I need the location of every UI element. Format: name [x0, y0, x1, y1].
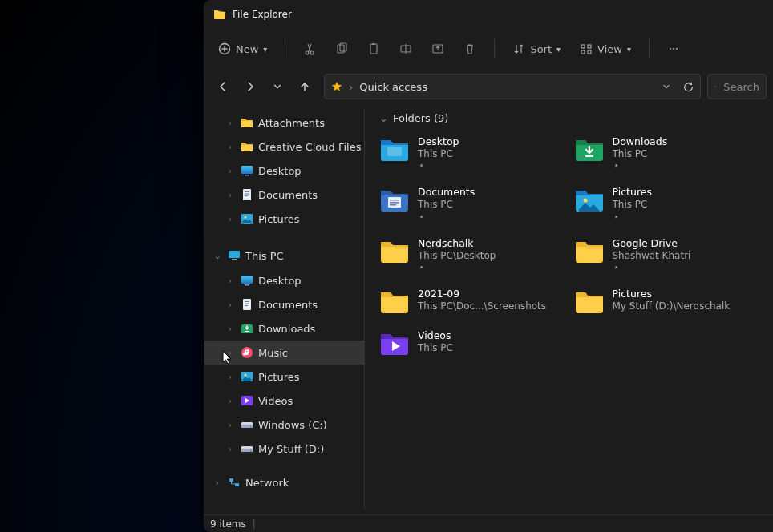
chevron-right-icon[interactable]: ›: [225, 300, 236, 310]
sidebar-item-attachments[interactable]: ›Attachments: [204, 111, 364, 135]
sidebar-item-desktop[interactable]: ›Desktop: [204, 159, 364, 183]
pictures-icon: [241, 370, 253, 383]
chevron-right-icon[interactable]: ›: [212, 478, 223, 488]
delete-button[interactable]: [457, 36, 483, 62]
copy-button[interactable]: [329, 36, 354, 62]
folder-tile[interactable]: PicturesMy Stuff (D:)\Nerdschalk: [574, 288, 761, 315]
sidebar-item-creative-cloud-files[interactable]: ›Creative Cloud Files: [204, 135, 364, 159]
chevron-right-icon[interactable]: ›: [225, 166, 236, 176]
network-icon: [228, 476, 241, 489]
chevron-right-icon[interactable]: ›: [225, 118, 236, 128]
trash-icon: [463, 42, 476, 55]
search-icon: [714, 81, 717, 92]
sidebar-item-label: Creative Cloud Files: [258, 141, 361, 153]
folder-tile[interactable]: NerdschalkThis PC\Desktop: [379, 237, 566, 273]
more-button[interactable]: [661, 36, 686, 62]
forward-button[interactable]: [237, 74, 263, 99]
sidebar-item-desktop[interactable]: ›Desktop: [204, 268, 364, 292]
documents-icon: [241, 188, 253, 201]
sidebar-item-pictures[interactable]: ›Pictures: [204, 365, 364, 389]
navigation-row: › Quick access Search: [204, 69, 773, 104]
folder-tile[interactable]: 2021-09This PC\Doc...\Screenshots: [379, 288, 566, 315]
address-bar[interactable]: › Quick access: [324, 74, 701, 99]
sidebar-item-label: Network: [245, 477, 289, 489]
sidebar-item-videos[interactable]: ›Videos: [204, 389, 364, 413]
chevron-right-icon[interactable]: ›: [225, 190, 236, 200]
chevron-right-icon[interactable]: ›: [225, 276, 236, 286]
cut-button[interactable]: [297, 36, 322, 62]
folder-location: This PC: [418, 342, 453, 353]
window-title: File Explorer: [233, 9, 292, 20]
sidebar-item-my-stuff-d-[interactable]: ›My Stuff (D:): [204, 437, 364, 461]
folder-folder-icon: [574, 288, 605, 315]
pin-icon: [418, 162, 459, 171]
folder-folder-icon: [379, 288, 410, 315]
rename-button[interactable]: [393, 36, 419, 62]
pin-icon: [613, 162, 668, 171]
pin-icon: [613, 213, 653, 223]
file-explorer-window: File Explorer New ▾ Sort ▾: [204, 0, 773, 532]
chevron-right-icon[interactable]: ›: [225, 420, 236, 430]
drive-icon: [241, 442, 253, 455]
folder-location: My Stuff (D:)\Nerdschalk: [613, 300, 731, 312]
chevron-right-icon[interactable]: ›: [225, 324, 236, 334]
sidebar-item-this-pc[interactable]: ⌄ This PC: [204, 244, 364, 268]
chevron-down-icon[interactable]: [662, 82, 671, 91]
chevron-right-icon[interactable]: ›: [225, 372, 236, 382]
chevron-down-icon[interactable]: ⌄: [212, 251, 223, 261]
folder-name: Videos: [418, 329, 453, 341]
videos-icon: [241, 394, 253, 407]
toolbar-separator: [494, 39, 495, 58]
chevron-down-icon: ▾: [627, 45, 631, 54]
recent-locations-button[interactable]: [265, 74, 290, 99]
sidebar-item-downloads[interactable]: ›Downloads: [204, 316, 364, 341]
title-bar[interactable]: File Explorer: [204, 0, 773, 29]
sidebar-item-windows-c-[interactable]: ›Windows (C:): [204, 413, 364, 437]
sidebar-item-documents[interactable]: ›Documents: [204, 292, 364, 316]
sort-button[interactable]: Sort ▾: [506, 38, 567, 60]
folder-tile[interactable]: VideosThis PC: [379, 329, 566, 357]
desktop-icon: [241, 274, 253, 287]
refresh-icon[interactable]: [682, 81, 694, 92]
chevron-right-icon[interactable]: ›: [225, 396, 236, 406]
sidebar-item-label: Desktop: [258, 165, 302, 177]
chevron-right-icon[interactable]: ›: [225, 142, 236, 152]
dots-icon: [667, 42, 680, 55]
toolbar: New ▾ Sort ▾ View ▾: [204, 29, 773, 69]
search-placeholder: Search: [723, 81, 759, 93]
pin-icon: [613, 264, 691, 273]
new-button[interactable]: New ▾: [212, 38, 273, 60]
share-button[interactable]: [425, 36, 451, 62]
folder-tile[interactable]: DesktopThis PC: [379, 135, 566, 171]
arrow-right-icon: [244, 80, 257, 93]
sidebar-item-documents[interactable]: ›Documents: [204, 183, 364, 207]
up-button[interactable]: [292, 74, 318, 99]
folder-tile[interactable]: DocumentsThis PC: [379, 186, 566, 222]
star-icon: [331, 81, 342, 92]
pin-icon: [418, 213, 475, 223]
sidebar-item-pictures[interactable]: ›Pictures: [204, 207, 364, 231]
new-button-label: New: [236, 43, 258, 55]
folder-name: Google Drive: [613, 237, 691, 249]
search-input[interactable]: Search: [707, 74, 767, 99]
back-button[interactable]: [210, 74, 236, 99]
folder-tile[interactable]: Google DriveShashwat Khatri: [574, 237, 761, 273]
view-button[interactable]: View ▾: [573, 38, 637, 60]
sidebar-item-label: Attachments: [258, 117, 325, 129]
chevron-down-icon: ▾: [263, 45, 267, 54]
folder-location: Shashwat Khatri: [613, 250, 691, 261]
chevron-right-icon[interactable]: ›: [225, 214, 236, 224]
folder-tile[interactable]: PicturesThis PC: [574, 186, 761, 222]
folder-tile[interactable]: DownloadsThis PC: [574, 135, 761, 171]
arrow-up-icon: [298, 80, 311, 93]
this-pc-icon: [228, 249, 241, 262]
sidebar-item-label: Pictures: [258, 213, 299, 225]
folder-folder-icon: [574, 237, 605, 264]
sidebar-item-network[interactable]: › Network: [204, 470, 364, 494]
chevron-right-icon[interactable]: ›: [225, 444, 236, 454]
mouse-cursor-icon: [222, 350, 235, 366]
folders-section-header[interactable]: ⌄ Folders (9): [379, 112, 760, 124]
pin-icon: [418, 264, 496, 273]
paste-button[interactable]: [361, 36, 386, 62]
arrow-left-icon: [217, 80, 229, 93]
